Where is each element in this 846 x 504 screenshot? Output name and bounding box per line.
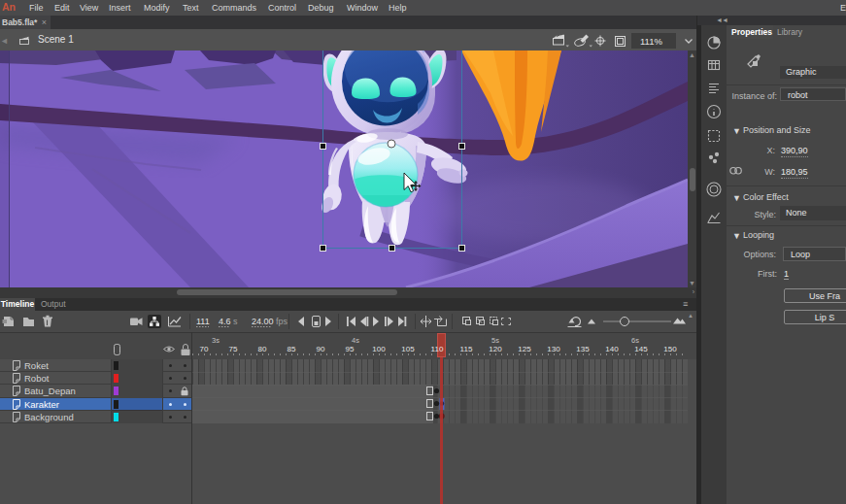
- svg-text:4.6 s: 4.6 s: [219, 317, 238, 326]
- svg-text:111%: 111%: [640, 36, 662, 47]
- svg-text:24.00 fps: 24.00 fps: [252, 317, 288, 326]
- svg-text:111: 111: [196, 317, 210, 326]
